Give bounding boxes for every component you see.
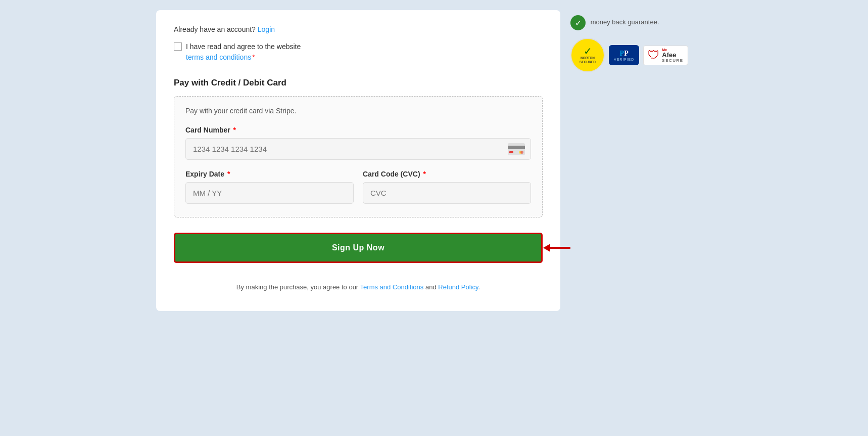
cvc-field: Card Code (CVC) *	[363, 170, 531, 204]
terms-label: I have read and agree to the website ter…	[186, 41, 301, 63]
mcafee-shield-icon: 🛡	[648, 48, 660, 62]
svg-rect-1	[508, 146, 525, 149]
terms-section: Already have an account? Login I have re…	[174, 25, 543, 63]
terms-required: *	[252, 53, 255, 61]
stripe-box: Pay with your credit card via Stripe. Ca…	[174, 96, 543, 217]
card-number-field: Card Number *	[185, 126, 531, 160]
svg-rect-3	[514, 151, 517, 153]
expiry-label: Expiry Date *	[185, 170, 354, 178]
green-check-icon	[570, 15, 586, 30]
arrow-head-icon	[543, 244, 550, 252]
left-panel: Already have an account? Login I have re…	[156, 10, 560, 311]
expiry-field: Expiry Date *	[185, 170, 354, 204]
paypal-verified-text: VERIFIED	[614, 58, 634, 61]
expiry-cvc-row: Expiry Date * Card Code (CVC) *	[185, 170, 531, 204]
sign-up-button[interactable]: Sign Up Now	[174, 233, 543, 263]
norton-label: NORTONSECURED	[580, 56, 596, 64]
card-number-label: Card Number *	[185, 126, 531, 134]
already-account-text: Already have an account? Login	[174, 25, 543, 33]
svg-point-5	[520, 151, 523, 154]
terms-row: I have read and agree to the website ter…	[174, 41, 543, 63]
terms-checkbox[interactable]	[174, 42, 182, 51]
stripe-description: Pay with your credit card via Stripe.	[185, 107, 531, 115]
security-badges-row: ✓ NORTONSECURED PP VERIFIED 🛡 Mc Afee	[570, 38, 712, 72]
card-number-wrapper	[185, 138, 531, 160]
paypal-text: PP	[620, 49, 629, 58]
cvc-input[interactable]	[363, 182, 531, 204]
credit-card-icon	[508, 143, 525, 155]
login-link[interactable]: Login	[258, 25, 275, 33]
main-content: Already have an account? Login I have re…	[156, 10, 712, 426]
mcafee-badge: 🛡 Mc Afee SECURE	[643, 46, 688, 65]
expiry-input[interactable]	[185, 182, 354, 204]
right-panel: money back guarantee. ✓ NORTONSECURED PP…	[570, 10, 712, 72]
signup-button-wrapper: Sign Up Now	[174, 233, 543, 263]
card-required-star: *	[231, 126, 236, 134]
card-number-input[interactable]	[185, 138, 531, 160]
norton-badge: ✓ NORTONSECURED	[570, 38, 605, 72]
terms-conditions-link[interactable]: terms and conditions	[186, 53, 251, 61]
svg-rect-2	[509, 151, 513, 153]
footer-terms-link[interactable]: Terms and Conditions	[360, 283, 424, 291]
arrow-shaft-icon	[550, 247, 570, 249]
footer-note: By making the purchase, you agree to our…	[174, 273, 543, 291]
paypal-badge: PP VERIFIED	[609, 45, 639, 65]
mcafee-text: Mc Afee SECURE	[662, 48, 683, 63]
cvc-label: Card Code (CVC) *	[363, 170, 531, 178]
footer-refund-link[interactable]: Refund Policy	[438, 283, 478, 291]
payment-section-title: Pay with Credit / Debit Card	[174, 78, 543, 88]
arrow-indicator	[543, 244, 570, 252]
norton-check-icon: ✓	[584, 46, 592, 56]
page-wrapper: Already have an account? Login I have re…	[0, 0, 868, 436]
money-back-text: money back guarantee.	[570, 15, 712, 30]
